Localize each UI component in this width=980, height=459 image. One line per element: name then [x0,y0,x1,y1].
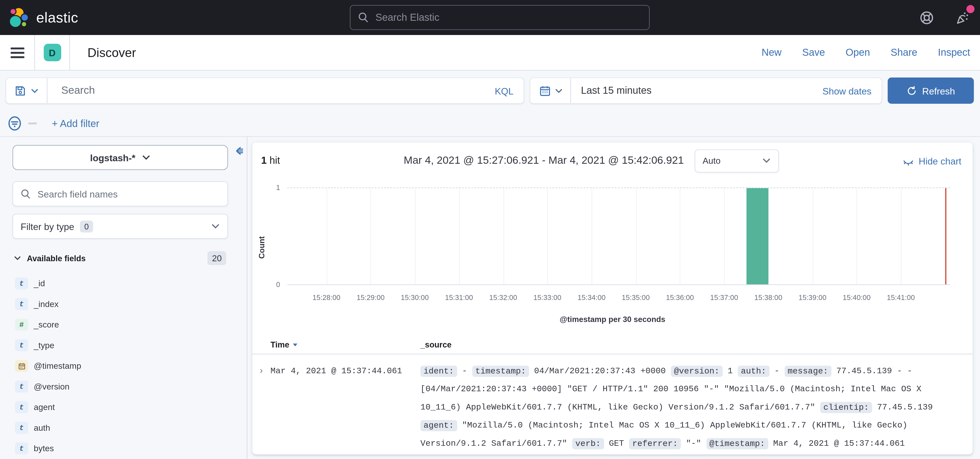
gridline [768,188,769,285]
current-time-marker [945,188,946,285]
chevron-down-icon [31,86,39,95]
discover-app-badge[interactable]: D [43,44,61,61]
y-tick-max: 1 [276,184,280,191]
doc-table-header: Time _source [252,335,973,354]
doc-source-cell: ident: - timestamp: 04/Mar/2021:20:37:43… [420,362,960,453]
collapse-sidebar-button[interactable] [234,146,244,156]
field-item-_type[interactable]: t_type [0,335,247,356]
x-tick-label: 15:38:00 [754,294,782,301]
chevron-down-icon [762,156,771,165]
refresh-button[interactable]: Refresh [888,78,974,104]
query-search-input[interactable]: Search KQL [6,78,524,104]
x-tick-label: 15:40:00 [843,294,870,301]
doc-time-cell: Mar 4, 2021 @ 15:37:44.061 [270,362,420,453]
app-badge-wrap: D [35,35,70,70]
field-item-agent[interactable]: tagent [0,397,247,418]
filter-by-type-count: 0 [80,220,93,232]
field-type-text-icon: t [15,381,28,393]
field-item-@timestamp[interactable]: @timestamp [0,356,247,376]
x-tick-label: 15:28:00 [312,294,340,301]
refresh-icon [907,85,917,96]
hide-chart-link[interactable]: Hide chart [902,155,961,166]
filter-menu-icon[interactable] [8,116,22,132]
menu-button[interactable] [0,35,35,70]
field-name: @timestamp [34,361,81,371]
x-tick-label: 15:39:00 [799,294,827,301]
header-action-inspect[interactable]: Inspect [938,47,970,58]
page-title: Discover [70,45,136,60]
search-icon [21,188,32,199]
header-action-save[interactable]: Save [802,47,825,58]
expand-row-chevron-icon[interactable]: › [256,362,270,453]
x-tick-label: 15:33:00 [533,294,562,301]
x-axis-ticks: 15:28:0015:29:0015:30:0015:31:0015:32:00… [287,294,950,304]
saved-query-menu-button[interactable] [6,78,48,103]
newsfeed-button[interactable] [955,10,970,25]
field-item-@version[interactable]: t@version [0,376,247,397]
elastic-logo-icon [9,7,30,28]
source-field-badge: verb: [572,438,604,449]
available-fields-header[interactable]: Available fields 20 [14,251,226,265]
hide-chart-label: Hide chart [919,155,961,166]
gridline [592,188,592,285]
gridline [901,188,902,285]
interval-select[interactable]: Auto [694,149,779,172]
chevron-down-icon [555,86,563,95]
field-search-placeholder: Search field names [38,188,118,199]
field-name: auth [34,423,50,433]
header-actions: NewSaveOpenShareInspect [762,47,980,58]
field-item-auth[interactable]: tauth [0,418,247,438]
field-item-_score[interactable]: #_score [0,314,247,335]
gridline [857,188,858,285]
kibana-discover-app: elastic Search Elastic [0,0,980,459]
x-tick-label: 15:34:00 [578,294,605,301]
field-item-_index[interactable]: t_index [0,294,247,314]
header-action-share[interactable]: Share [891,47,917,58]
x-tick-label: 15:32:00 [489,294,517,301]
field-name: agent [34,403,55,412]
x-axis-label: @timestamp per 30 seconds [252,315,973,324]
date-quick-menu-button[interactable] [530,78,571,103]
time-column-header[interactable]: Time [270,340,420,349]
global-search-placeholder: Search Elastic [375,12,439,23]
interval-value: Auto [703,156,721,166]
y-axis-label: Count [258,236,266,259]
header-action-open[interactable]: Open [846,47,870,58]
doc-table-row[interactable]: › Mar 4, 2021 @ 15:37:44.061 ident: - ti… [252,354,973,453]
gridline [813,188,813,285]
index-pattern-selector[interactable]: logstash-* [13,145,228,170]
gridline [724,188,725,285]
field-search-input[interactable]: Search field names [13,181,228,206]
time-range-value[interactable]: Last 15 minutes [571,85,651,96]
source-column-header: _source [420,340,973,349]
source-field-badge: clientip: [820,402,872,413]
chevron-down-icon [211,222,220,231]
hamburger-icon [10,45,24,61]
histogram-bar[interactable] [746,188,768,285]
global-search-input[interactable]: Search Elastic [350,5,650,30]
field-item-_id[interactable]: t_id [0,273,247,294]
gridline [415,188,415,285]
show-dates-link[interactable]: Show dates [822,85,881,96]
filter-by-type-dropdown[interactable]: Filter by type 0 [13,214,228,239]
kql-toggle[interactable]: KQL [495,85,523,96]
x-tick-label: 15:30:00 [401,294,429,301]
x-tick-label: 15:29:00 [356,294,385,301]
histogram-chart[interactable]: Count 1 0 15:28:0015:29:0015:30:0015:31:… [252,179,973,335]
filter-by-type-label: Filter by type [21,221,75,232]
elastic-logo[interactable]: elastic [0,7,78,28]
sort-desc-icon [292,341,298,347]
x-tick-label: 15:37:00 [710,294,738,301]
help-button[interactable] [919,10,934,25]
field-type-text-icon: t [15,422,28,434]
refresh-label: Refresh [922,85,955,96]
field-item-bytes[interactable]: tbytes [0,438,247,459]
source-field-badge: timestamp: [472,365,529,376]
source-field-badge: agent: [420,420,457,431]
gridline [371,188,371,285]
x-tick-label: 15:31:00 [445,294,473,301]
add-filter-link[interactable]: + Add filter [52,118,99,129]
field-name: _id [34,279,45,288]
page-header: D Discover NewSaveOpenShareInspect [0,35,980,71]
header-action-new[interactable]: New [762,47,781,58]
